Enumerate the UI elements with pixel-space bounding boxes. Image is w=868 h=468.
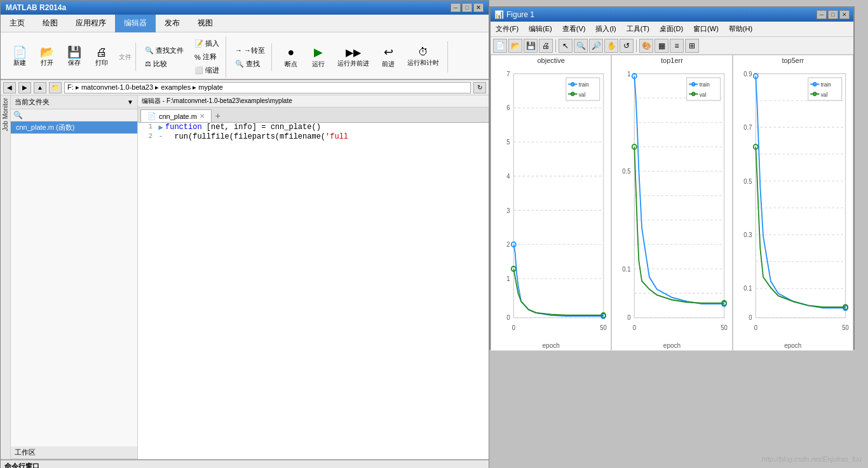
- nav-path[interactable]: F: ▸ matconvnet-1.0-beta23 ▸ examples ▸ …: [64, 82, 471, 93]
- fig-tb-zoom-in[interactable]: 🔍: [574, 39, 588, 53]
- fig-tb-new[interactable]: 📄: [493, 39, 507, 53]
- fig-tb-colorbar[interactable]: ▦: [654, 39, 668, 53]
- run-advance-icon: ▶▶: [346, 46, 361, 59]
- plot-top5err-title: top5err: [733, 55, 853, 65]
- compare-button[interactable]: ⚖ 比较: [142, 58, 186, 70]
- menu-home[interactable]: 主页: [1, 15, 34, 32]
- file-item-name: cnn_plate.m (函数): [16, 123, 74, 131]
- folder-button[interactable]: 📁: [49, 82, 62, 93]
- sidebar-expand[interactable]: ▼: [127, 99, 133, 106]
- minimize-button[interactable]: ─: [451, 3, 461, 12]
- new-tab-button[interactable]: +: [212, 109, 224, 122]
- print-button[interactable]: 🖨 打印: [89, 44, 114, 70]
- back-button[interactable]: ◀: [3, 82, 16, 93]
- plot-top5err-area: 0.9 0.7 0.5 0.3 0.1 0 0 50: [733, 65, 853, 342]
- svg-text:0: 0: [633, 324, 637, 331]
- svg-text:0.5: 0.5: [743, 177, 752, 184]
- menu-view[interactable]: 视图: [189, 15, 222, 32]
- forward-button[interactable]: ▶: [18, 82, 31, 93]
- editor-tabs: 📄 cnn_plate.m ✕ +: [138, 107, 489, 123]
- open-button[interactable]: 📂 打开: [34, 44, 60, 70]
- compare-icon: ⚖: [145, 60, 151, 68]
- menu-publish[interactable]: 发布: [156, 15, 189, 32]
- fig-tb-save[interactable]: 💾: [524, 39, 538, 53]
- command-window: 命令行窗口 train: epoch 50: 1/ 11: 1135.4 (11…: [1, 459, 489, 468]
- refresh-button[interactable]: ↻: [473, 82, 486, 93]
- insert-button[interactable]: 📝 插入: [192, 38, 222, 50]
- breakpoint-button[interactable]: ● 断点: [278, 43, 304, 71]
- fig-tb-sep-2: [636, 39, 637, 52]
- menu-editor[interactable]: 编辑器: [115, 15, 156, 32]
- plot-top1err-title: top1err: [612, 55, 731, 65]
- fig-tb-pan[interactable]: ✋: [604, 39, 618, 53]
- job-monitor-label: Job Monitor: [1, 95, 10, 134]
- fig-menu-view[interactable]: 查看(V): [557, 23, 591, 35]
- run-button[interactable]: ▶ 运行: [306, 43, 331, 71]
- tab-close-icon[interactable]: ✕: [200, 113, 205, 120]
- editor-content[interactable]: 1 ▶ function [net, info] = cnn_plate() 2…: [138, 123, 489, 459]
- matlab-title-bar: MATLAB R2014a ─ □ ✕: [1, 1, 489, 15]
- svg-text:0: 0: [512, 324, 516, 331]
- nav-bar: ◀ ▶ ▲ 📁 F: ▸ matconvnet-1.0-beta23 ▸ exa…: [1, 80, 489, 95]
- figure-close[interactable]: ✕: [839, 10, 850, 19]
- file-item-cnn-plate[interactable]: cnn_plate.m (函数): [11, 121, 137, 134]
- plot-objective-xlabel: epoch: [491, 342, 611, 350]
- svg-text:train: train: [579, 81, 589, 88]
- kw-function: function: [165, 123, 202, 132]
- fig-menu-file[interactable]: 文件(F): [491, 23, 524, 35]
- fig-menu-insert[interactable]: 插入(I): [590, 23, 621, 35]
- new-button[interactable]: 📄 新建: [7, 44, 32, 70]
- editor-tab-cnn-plate[interactable]: 📄 cnn_plate.m ✕: [140, 109, 212, 122]
- figure-maximize[interactable]: □: [828, 10, 838, 19]
- figure-minimize[interactable]: ─: [817, 10, 827, 19]
- figure-menu-bar: 文件(F) 编辑(E) 查看(V) 插入(I) 工具(T) 桌面(D) 窗口(W…: [491, 22, 853, 37]
- menu-plot[interactable]: 绘图: [34, 15, 67, 32]
- fig-menu-desktop[interactable]: 桌面(D): [654, 23, 688, 35]
- job-monitor: Job Monitor: [1, 95, 11, 459]
- indent-button[interactable]: ⬜ 缩进: [192, 64, 222, 76]
- workspace-section: 工作区: [11, 446, 137, 459]
- indent-icon: ⬜: [194, 66, 203, 74]
- code-line-2: 2 - run(fullfile(fileparts(mfilename('fu…: [138, 132, 489, 141]
- menu-bar: 主页 绘图 应用程序 编辑器 发布 视图: [1, 15, 489, 32]
- fig-tb-rotate[interactable]: ↺: [620, 39, 634, 53]
- figure-toolbar: 📄 📂 💾 🖨 ↖ 🔍 🔎 ✋ ↺ 🎨 ▦ ≡ ⊞: [491, 37, 853, 55]
- svg-rect-59: [756, 74, 845, 318]
- advance-button[interactable]: ↩ 前进: [376, 43, 401, 71]
- comment-button[interactable]: % 注释: [192, 51, 222, 63]
- run-time-button[interactable]: ⏱ 运行和计时: [403, 44, 444, 70]
- editor-area: 编辑器 - F:\matconvnet-1.0-beta23\examples\…: [138, 95, 489, 459]
- run-time-icon: ⏱: [418, 46, 428, 58]
- folder-search-input[interactable]: [24, 111, 135, 119]
- insert-icon: 📝: [194, 39, 203, 48]
- maximize-button[interactable]: □: [462, 3, 472, 12]
- fig-menu-help[interactable]: 帮助(H): [724, 23, 757, 35]
- svg-text:0: 0: [506, 314, 510, 321]
- save-label: 保存: [68, 59, 81, 67]
- fig-tb-grid[interactable]: ⊞: [685, 39, 699, 53]
- search-button[interactable]: 🔍 查找: [233, 58, 268, 70]
- fig-menu-edit[interactable]: 编辑(E): [524, 23, 557, 35]
- fig-menu-window[interactable]: 窗口(W): [688, 23, 724, 35]
- ribbon-group-file: 📄 新建 📂 打开 💾 保存 🖨 打印 文件: [3, 43, 136, 71]
- run-advance-button[interactable]: ▶▶ 运行并前进: [333, 44, 374, 71]
- fig-menu-tools[interactable]: 工具(T): [621, 23, 654, 35]
- plot-objective-area: 7 6 5 4 3 2 1 0 0 50: [491, 65, 611, 342]
- fig-tb-open[interactable]: 📂: [508, 39, 522, 53]
- goto-button[interactable]: → →转至: [233, 45, 268, 57]
- fig-tb-print[interactable]: 🖨: [539, 39, 553, 53]
- up-button[interactable]: ▲: [34, 82, 46, 93]
- svg-text:3: 3: [506, 207, 510, 214]
- fig-tb-zoom-out[interactable]: 🔎: [589, 39, 603, 53]
- find-files-button[interactable]: 🔍 查找文件: [142, 45, 186, 57]
- fig-tb-cursor[interactable]: ↖: [559, 39, 573, 53]
- fig-tb-legend[interactable]: ≡: [670, 39, 684, 53]
- fig-tb-colormap[interactable]: 🎨: [639, 39, 653, 53]
- svg-rect-0: [513, 74, 603, 318]
- plot-top5err-svg: 0.9 0.7 0.5 0.3 0.1 0 0 50: [733, 65, 853, 342]
- save-button[interactable]: 💾 保存: [62, 44, 87, 70]
- close-button[interactable]: ✕: [473, 3, 484, 12]
- menu-apps[interactable]: 应用程序: [67, 15, 115, 32]
- svg-text:50: 50: [600, 324, 607, 331]
- svg-text:7: 7: [506, 70, 510, 77]
